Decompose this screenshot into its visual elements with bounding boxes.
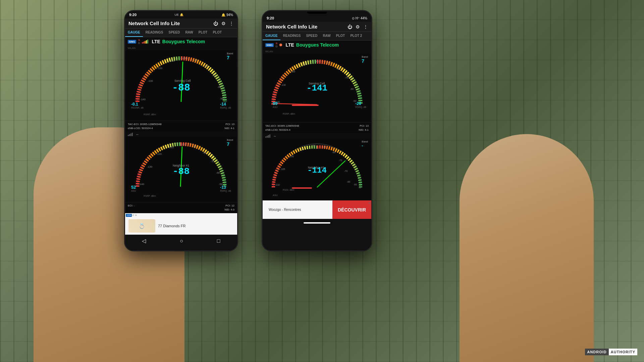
header-icons-left[interactable]: ⏻ ⚙ ⋮ [213,21,234,26]
neighbor-info-row1-left: ECI: - PCI: 12 [128,204,234,208]
svg-text:-95: -95 [301,148,304,150]
svg-text:-120: -120 [290,70,295,73]
nid-left: NID: 4-1 [224,126,234,130]
notch [307,12,327,14]
cell-info-neighbor-left: ECI: - PCI: 12 NID: 4-0 [125,202,237,213]
ad-close-right[interactable]: ✕ [368,201,371,205]
neighbor-dashes-right: -- [274,134,276,138]
serving-gauge-left: -140 -130 -120 -110 -100 -90 -80 -70 -60… [125,50,237,121]
neighbor-pci-left: PCI: 12 [225,204,234,208]
tab-plot2-right[interactable]: PLOT 2 [347,32,365,40]
svg-text:-110: -110 [168,146,174,149]
neighbor-rsrp-label-left: RSRP, dBm [144,195,156,197]
status-icons-left: 🔔 94% [221,13,233,17]
cell-row2-right: eNB-LCID: 503324-4 NID: 4-1 [265,128,369,132]
neighbor-dashes-left: -- [136,132,139,136]
serving-value-left: -88 [172,82,190,94]
rsrq-right: -20 RSRQ, dB [355,101,366,108]
status-icons-right: ⊙ H⁺ 44% [352,16,367,20]
tab-gauge-right[interactable]: GAUGE [263,32,280,40]
ad-woozgo: Woozgo - Rencontres [266,205,332,214]
band-right: Band 7 [362,55,368,64]
ad-banner-left[interactable]: -10% P ✕ 💍 77 Diamonds FR [125,213,237,235]
neighbor-rsrq-label-left: RSRQ, dB [220,190,231,192]
tab-speed-left[interactable]: SPEED [166,28,182,37]
phone-left: 9:20 UE 🔔 🔔 94% Network Cell Info Lite ⏻… [124,10,238,251]
tab-plot-right[interactable]: PLOT [333,32,348,40]
neighbor-rsrq-left: -13 RSRQ, dB [220,185,231,192]
tab-readings-right[interactable]: READINGS [280,32,304,40]
svg-text:-110: -110 [169,59,175,62]
enb-lcid-left: eNB-LCID: 503324-4 [128,126,153,130]
tabs-right[interactable]: GAUGE READINGS SPEED RAW PLOT PLOT 2 [263,32,371,41]
tab-raw-right[interactable]: RAW [320,32,333,40]
svg-rect-25 [292,105,319,106]
settings-icon-left[interactable]: ⚙ [221,21,226,26]
neighbor-info-row2-left: NID: 4-0 [128,208,234,212]
power-icon-left[interactable]: ⏻ [213,21,218,26]
neighbor-header-left: -- [125,132,237,137]
operator-right: Bouygues Telecom [296,42,339,48]
more-icon-right[interactable]: ⋮ [363,24,368,29]
tabs-left[interactable]: GAUGE READINGS SPEED RAW PLOT PLOT [125,28,237,37]
s-right: S [276,42,277,45]
asu-lbl2-right: ASU [273,194,277,196]
svg-text:-60: -60 [216,171,220,174]
operator-left: Bouygues Telecom [162,39,205,44]
svg-text:-105: -105 [280,168,285,170]
tab-plot2-left[interactable]: PLOT [210,28,224,37]
header-icons-right[interactable]: ⏻ ⚙ ⋮ [347,24,368,29]
tab-plot-left[interactable]: PLOT [196,28,210,37]
cell-info-serving-left: TAC-ECI: 30365-128850948 PCI: 13 eNB-LCI… [125,121,237,132]
pci-right: PCI: 13 [360,124,369,128]
notch-area [263,11,371,14]
svg-text:-65: -65 [347,181,350,183]
svg-rect-38 [292,187,312,189]
nav-bar-left[interactable]: ◁ ○ □ [125,235,237,247]
serving-gauge-right: -140 -130 -120 -110 -100 -90 -80 -70 -60… [263,54,371,122]
gesture-area [263,219,371,227]
neighbor-signal-left [128,133,133,136]
clock-icon-right: ⊙ [352,16,355,20]
watermark: ANDROID AUTHORITY [585,349,637,355]
svg-text:-100: -100 [315,60,319,63]
tab-speed-right[interactable]: SPEED [303,32,320,40]
app-title-right: Network Cell Info Lite [266,24,317,29]
svg-text:-140: -140 [139,183,145,186]
ad-discover-btn[interactable]: DÉCOUVRIR [332,200,371,219]
nav-home-left[interactable]: ○ [180,238,183,244]
tab-gauge-left[interactable]: GAUGE [125,28,143,37]
svg-text:-90: -90 [193,145,197,148]
network-info-left: SIM1 S D LTE Bouygues Telecom [125,37,237,46]
svg-text:-60: -60 [217,85,221,88]
svg-text:-110: -110 [303,63,307,65]
rsrp-label-right: RSRP, dBm [283,113,295,115]
ad-banner-right[interactable]: Woozgo - Rencontres DÉCOUVRIR ✕ [263,200,371,219]
rsrq-lbl-right: RSRQ, dB [355,106,366,108]
rssi-label-right: RSSI, dBm [283,189,294,191]
gauge-svg-left: -140 -130 -120 -110 -100 -90 -80 -70 -60… [127,52,235,110]
svg-text:-75: -75 [339,159,342,162]
svg-text:-70: -70 [345,76,348,79]
ad-image-left: 💍 [128,219,155,233]
watermark-android: ANDROID [585,349,608,355]
tab-raw-left[interactable]: RAW [182,28,196,37]
neighbor-value-left: -88 [173,166,190,177]
more-icon-left[interactable]: ⋮ [229,21,234,26]
nav-back-left[interactable]: ◁ [142,238,146,244]
tab-readings-left[interactable]: READINGS [143,28,166,37]
power-icon-right[interactable]: ⏻ [347,24,352,29]
network-type-right: LTE [285,42,294,48]
ad-badges-left: -10% P ✕ [126,214,137,217]
battery-right: 44% [361,16,367,20]
settings-icon-right[interactable]: ⚙ [356,24,360,29]
rsrp-label-left: RSRP, dBm [144,113,156,116]
asu-serving-right: 99 ASU [273,101,277,108]
band-container-left: Band 7 [227,52,233,60]
sim-badge-right: SIM1 [265,43,274,47]
neighbor-gauge-right: -110 -105 -100 -95 -90 -85 -80 -75 -70 -… [263,138,371,200]
nav-recent-left[interactable]: □ [217,238,220,244]
battery-icon-left: 🔔 [221,13,225,17]
tac-eci-right: TAC-ECI: 30365-128850948 [265,124,299,128]
d-right: D [276,45,278,48]
